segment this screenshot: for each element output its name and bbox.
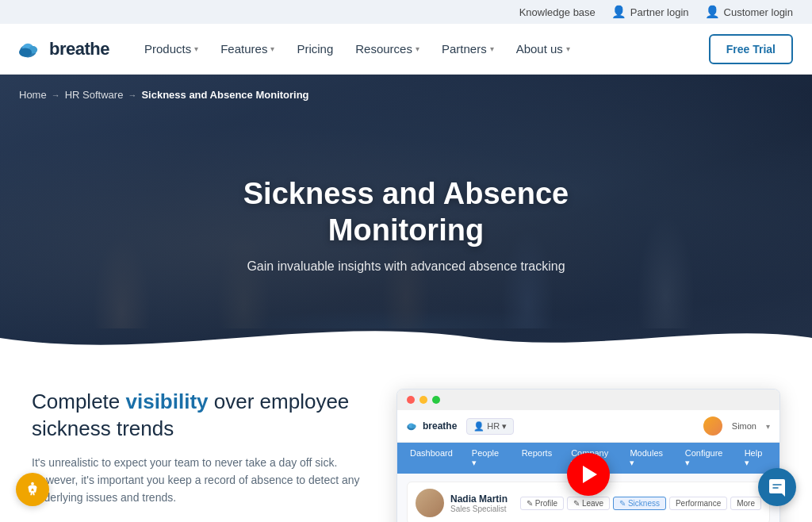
chevron-down-icon: ▾ [566, 44, 570, 53]
app-tag-sickness[interactable]: ✎ Sickness [613, 497, 666, 510]
nav-item-pricing[interactable]: Pricing [287, 36, 343, 62]
breadcrumb-current: Sickness and Absence Monitoring [141, 89, 308, 101]
logo[interactable]: breathe [19, 39, 109, 59]
hero-content: Sickness and Absence Monitoring Gain inv… [168, 176, 644, 274]
hero-section: Home → HR Software → Sickness and Absenc… [0, 75, 812, 360]
svg-point-3 [19, 48, 32, 56]
breadcrumb-arrow: → [52, 90, 60, 100]
nav-cta: Free Trial [709, 34, 793, 64]
app-avatar [703, 416, 722, 436]
content-right: breathe 👤 HR ▾ Simon ▾ Dashboard People … [396, 389, 780, 522]
nav-item-partners[interactable]: Partners ▾ [432, 36, 504, 62]
app-menu-modules[interactable]: Modules ▾ [626, 447, 668, 470]
content-description: It's unrealistic to expect your team to … [32, 454, 365, 507]
content-left: Complete visibility over employee sickne… [32, 389, 365, 507]
svg-point-7 [31, 482, 34, 486]
app-tag-performance[interactable]: Performance [669, 497, 727, 510]
logo-text: breathe [49, 39, 109, 59]
app-hr-btn[interactable]: 👤 HR ▾ [466, 418, 514, 435]
customer-login-link[interactable]: 👤 Customer login [705, 5, 793, 19]
partner-login-link[interactable]: 👤 Partner login [611, 5, 689, 19]
app-tag-leave[interactable]: ✎ Leave [567, 497, 610, 510]
app-user-name: Nadia Martin [450, 493, 514, 505]
hero-title: Sickness and Absence Monitoring [168, 176, 644, 248]
svg-point-6 [412, 424, 416, 428]
customer-icon: 👤 [705, 5, 720, 19]
breadcrumb-home[interactable]: Home [19, 89, 47, 101]
breadcrumb: Home → HR Software → Sickness and Absenc… [19, 89, 309, 101]
chevron-down-icon: ▾ [270, 44, 274, 53]
app-user-role: Sales Specialist [450, 505, 514, 513]
app-logo-icon [407, 421, 419, 431]
nav-item-products[interactable]: Products ▾ [135, 36, 208, 62]
app-tag-profile[interactable]: ✎ Profile [520, 497, 564, 510]
nav-item-resources[interactable]: Resources ▾ [346, 36, 429, 62]
chat-widget[interactable] [758, 468, 796, 506]
person-icon: 👤 [473, 421, 485, 432]
app-user-avatar [416, 489, 444, 517]
logo-icon [19, 40, 44, 59]
app-menu-people[interactable]: People ▾ [469, 447, 506, 470]
accessibility-widget[interactable] [16, 473, 49, 506]
app-menu-reports[interactable]: Reports [519, 447, 556, 470]
chevron-down-icon: ▾ [416, 44, 419, 53]
free-trial-button[interactable]: Free Trial [709, 34, 793, 64]
partner-icon: 👤 [611, 5, 626, 19]
nav-item-features[interactable]: Features ▾ [211, 36, 284, 62]
content-section: Complete visibility over employee sickne… [0, 360, 812, 522]
app-menu-help[interactable]: Help ▾ [741, 447, 770, 470]
utility-bar: Knowledge base 👤 Partner login 👤 Custome… [0, 0, 812, 24]
window-close-dot [407, 396, 415, 404]
nav-item-about[interactable]: About us ▾ [507, 36, 580, 62]
accessibility-icon [24, 481, 41, 498]
app-navbar: breathe 👤 HR ▾ Simon ▾ [397, 410, 779, 443]
app-username: Simon [732, 421, 756, 431]
app-user-info: Nadia Martin Sales Specialist [450, 493, 514, 513]
breadcrumb-parent[interactable]: HR Software [65, 89, 124, 101]
app-menu-dashboard[interactable]: Dashboard [407, 447, 456, 470]
hero-subtitle: Gain invaluable insights with advanced a… [168, 260, 644, 274]
chat-icon [768, 478, 787, 497]
chevron-down-icon: ▾ [194, 44, 198, 53]
chevron-down-icon: ▾ [766, 422, 770, 431]
window-minimize-dot [419, 396, 427, 404]
app-menu-configure[interactable]: Configure ▾ [682, 447, 729, 470]
play-button-overlay [567, 453, 610, 496]
content-title: Complete visibility over employee sickne… [32, 389, 365, 443]
main-nav: breathe Products ▾ Features ▾ Pricing Re… [0, 24, 812, 75]
nav-links: Products ▾ Features ▾ Pricing Resources … [135, 36, 709, 62]
knowledge-base-link[interactable]: Knowledge base [519, 6, 596, 18]
breadcrumb-arrow: → [128, 90, 136, 100]
window-maximize-dot [432, 396, 440, 404]
hero-wave [0, 314, 812, 360]
app-user-tags: ✎ Profile ✎ Leave ✎ Sickness Performance… [520, 497, 761, 510]
play-button[interactable] [567, 453, 610, 496]
chevron-down-icon: ▾ [490, 44, 494, 53]
chevron-down-icon: ▾ [502, 421, 507, 432]
app-titlebar [397, 390, 779, 410]
app-logo-small: breathe [407, 420, 457, 432]
app-tag-more[interactable]: More [730, 497, 761, 510]
